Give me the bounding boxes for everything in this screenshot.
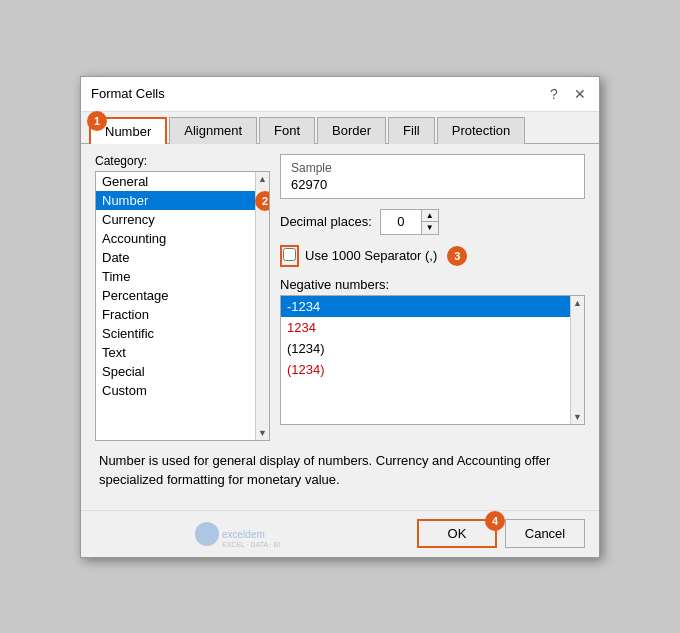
negative-numbers-section: Negative numbers: -1234 1234 (1234) (123…	[280, 277, 585, 425]
watermark: exceldem EXCEL · DATA · BI	[95, 519, 409, 549]
category-item-text[interactable]: Text	[96, 343, 255, 362]
decimal-input-wrap: ▲ ▼	[380, 209, 439, 235]
tab-font[interactable]: Font	[259, 117, 315, 144]
format-cells-dialog: Format Cells ? ✕ 1 Number Alignment Font…	[80, 76, 600, 558]
title-bar: Format Cells ? ✕	[81, 77, 599, 112]
description-area: Number is used for general display of nu…	[95, 441, 585, 500]
sample-section: Sample 62970	[280, 154, 585, 199]
separator-row: Use 1000 Separator (,) 3	[280, 245, 585, 267]
decimal-row: Decimal places: ▲ ▼	[280, 209, 585, 235]
neg-item-0[interactable]: -1234	[281, 296, 584, 317]
category-item-scientific[interactable]: Scientific	[96, 324, 255, 343]
neg-scroll-up[interactable]: ▲	[573, 296, 582, 308]
sample-value: 62970	[291, 177, 574, 192]
separator-checkbox[interactable]	[283, 248, 296, 261]
category-item-number[interactable]: 2 Number	[96, 191, 255, 210]
help-button[interactable]: ?	[545, 85, 563, 103]
category-panel: Category: General 2 Number Currency Acco…	[95, 154, 270, 441]
badge-4: 4	[485, 511, 505, 531]
separator-label: Use 1000 Separator (,)	[305, 248, 437, 263]
tab-alignment[interactable]: Alignment	[169, 117, 257, 144]
sample-label: Sample	[291, 161, 574, 175]
dialog-body: Category: General 2 Number Currency Acco…	[81, 144, 599, 510]
footer-buttons: 4 OK Cancel	[417, 519, 585, 548]
category-item-time[interactable]: Time	[96, 267, 255, 286]
category-item-currency[interactable]: Currency	[96, 210, 255, 229]
tab-bar: 1 Number Alignment Font Border Fill Prot…	[81, 112, 599, 144]
neg-numbers-label: Negative numbers:	[280, 277, 585, 292]
decimal-input[interactable]	[381, 212, 421, 231]
category-list[interactable]: General 2 Number Currency Accounting Dat…	[95, 171, 270, 441]
tab-border[interactable]: Border	[317, 117, 386, 144]
category-scrollbar[interactable]: ▲ ▼	[255, 172, 269, 440]
ok-button[interactable]: 4 OK	[417, 519, 497, 548]
scroll-up-arrow[interactable]: ▲	[258, 172, 267, 184]
neg-item-2[interactable]: (1234)	[281, 338, 584, 359]
category-list-inner: General 2 Number Currency Accounting Dat…	[96, 172, 269, 400]
neg-item-3[interactable]: (1234)	[281, 359, 584, 380]
category-item-date[interactable]: Date	[96, 248, 255, 267]
separator-checkbox-wrap	[280, 245, 299, 267]
tab-number[interactable]: 1 Number	[89, 117, 167, 144]
badge-1: 1	[87, 111, 107, 131]
svg-text:exceldem: exceldem	[222, 529, 265, 540]
neg-scroll-down[interactable]: ▼	[573, 412, 582, 424]
svg-point-0	[195, 522, 219, 546]
close-button[interactable]: ✕	[571, 85, 589, 103]
watermark-logo: exceldem EXCEL · DATA · BI	[192, 519, 312, 549]
category-item-general[interactable]: General	[96, 172, 255, 191]
right-panel: Sample 62970 Decimal places: ▲ ▼	[280, 154, 585, 441]
neg-scrollbar[interactable]: ▲ ▼	[570, 296, 584, 424]
dialog-title: Format Cells	[91, 86, 165, 101]
spin-buttons: ▲ ▼	[421, 210, 438, 234]
category-item-percentage[interactable]: Percentage	[96, 286, 255, 305]
category-item-special[interactable]: Special	[96, 362, 255, 381]
main-area: Category: General 2 Number Currency Acco…	[95, 154, 585, 441]
tab-fill[interactable]: Fill	[388, 117, 435, 144]
decimal-label: Decimal places:	[280, 214, 372, 229]
category-item-fraction[interactable]: Fraction	[96, 305, 255, 324]
cancel-button[interactable]: Cancel	[505, 519, 585, 548]
title-bar-controls: ? ✕	[545, 85, 589, 103]
badge-3: 3	[447, 246, 467, 266]
neg-list[interactable]: -1234 1234 (1234) (1234) ▲ ▼	[280, 295, 585, 425]
spin-up-button[interactable]: ▲	[422, 210, 438, 222]
neg-item-1[interactable]: 1234	[281, 317, 584, 338]
badge-2: 2	[255, 191, 270, 211]
category-label: Category:	[95, 154, 270, 168]
svg-text:EXCEL · DATA · BI: EXCEL · DATA · BI	[222, 541, 280, 548]
footer: exceldem EXCEL · DATA · BI 4 OK Cancel	[81, 510, 599, 557]
spin-down-button[interactable]: ▼	[422, 222, 438, 234]
category-item-custom[interactable]: Custom	[96, 381, 255, 400]
scroll-down-arrow[interactable]: ▼	[258, 428, 267, 440]
tab-protection[interactable]: Protection	[437, 117, 526, 144]
category-item-accounting[interactable]: Accounting	[96, 229, 255, 248]
